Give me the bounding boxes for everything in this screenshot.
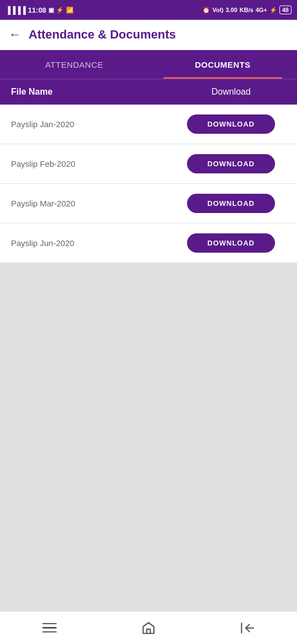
status-right: ⏰ Vol) 3.00 KB/s 4G+ ⚡ 48 xyxy=(202,6,292,14)
table-row: Payslip Feb-2020 DOWNLOAD xyxy=(0,144,297,184)
home-icon xyxy=(141,621,156,635)
page-header: ← Attendance & Documents xyxy=(0,20,297,50)
hamburger-icon xyxy=(42,623,57,633)
table-row: Payslip Mar-2020 DOWNLOAD xyxy=(0,184,297,223)
network-type: KB/s xyxy=(240,7,254,13)
tab-documents[interactable]: DOCUMENTS xyxy=(148,50,297,79)
menu-button[interactable] xyxy=(33,617,66,639)
battery-level: 48 xyxy=(279,6,292,14)
back-nav-icon xyxy=(240,621,255,635)
status-time: 11:08 xyxy=(28,6,46,14)
page-title: Attendance & Documents xyxy=(29,28,176,42)
download-col-1: DOWNLOAD xyxy=(176,114,286,134)
file-name-3: Payslip Mar-2020 xyxy=(11,199,176,208)
download-col-3: DOWNLOAD xyxy=(176,194,286,213)
vol-icon: Vol) xyxy=(212,7,223,13)
table-header: File Name Download xyxy=(0,79,297,105)
documents-table: Payslip Jan-2020 DOWNLOAD Payslip Feb-20… xyxy=(0,105,297,263)
lightning-icon: ⚡ xyxy=(270,7,277,14)
download-button-3[interactable]: DOWNLOAD xyxy=(187,194,275,213)
download-col-4: DOWNLOAD xyxy=(176,233,286,253)
col-filename-header: File Name xyxy=(11,87,176,97)
table-row: Payslip Jun-2020 DOWNLOAD xyxy=(0,223,297,263)
download-col-2: DOWNLOAD xyxy=(176,154,286,173)
file-name-2: Payslip Feb-2020 xyxy=(11,159,176,168)
tab-documents-label: DOCUMENTS xyxy=(195,60,250,69)
data-icon: ▣ xyxy=(48,7,54,14)
file-name-4: Payslip Jun-2020 xyxy=(11,238,176,248)
download-button-1[interactable]: DOWNLOAD xyxy=(187,114,275,134)
tab-bar: ATTENDANCE DOCUMENTS xyxy=(0,50,297,79)
status-left: ▐▐▐▐ 11:08 ▣ ⚡ 📶 xyxy=(6,6,74,14)
network-speed: 3.00 xyxy=(226,7,237,13)
empty-area xyxy=(0,263,297,611)
back-button[interactable]: ← xyxy=(9,28,21,42)
network-type2: 4G+ xyxy=(256,7,267,13)
alarm-icon: ⏰ xyxy=(202,7,210,14)
file-name-1: Payslip Jan-2020 xyxy=(11,119,176,129)
call-icon: 📶 xyxy=(66,7,74,14)
bottom-nav xyxy=(0,611,297,644)
download-button-2[interactable]: DOWNLOAD xyxy=(187,154,275,173)
download-button-4[interactable]: DOWNLOAD xyxy=(187,233,275,253)
col-download-header: Download xyxy=(176,87,286,97)
status-bar: ▐▐▐▐ 11:08 ▣ ⚡ 📶 ⏰ Vol) 3.00 KB/s 4G+ ⚡ … xyxy=(0,0,297,20)
table-row: Payslip Jan-2020 DOWNLOAD xyxy=(0,105,297,144)
back-nav-button[interactable] xyxy=(231,617,264,639)
tab-attendance-label: ATTENDANCE xyxy=(45,60,103,69)
tab-attendance[interactable]: ATTENDANCE xyxy=(0,50,148,79)
usb-icon: ⚡ xyxy=(56,7,64,14)
home-button[interactable] xyxy=(132,617,165,639)
signal-icon: ▐▐▐▐ xyxy=(6,6,26,14)
